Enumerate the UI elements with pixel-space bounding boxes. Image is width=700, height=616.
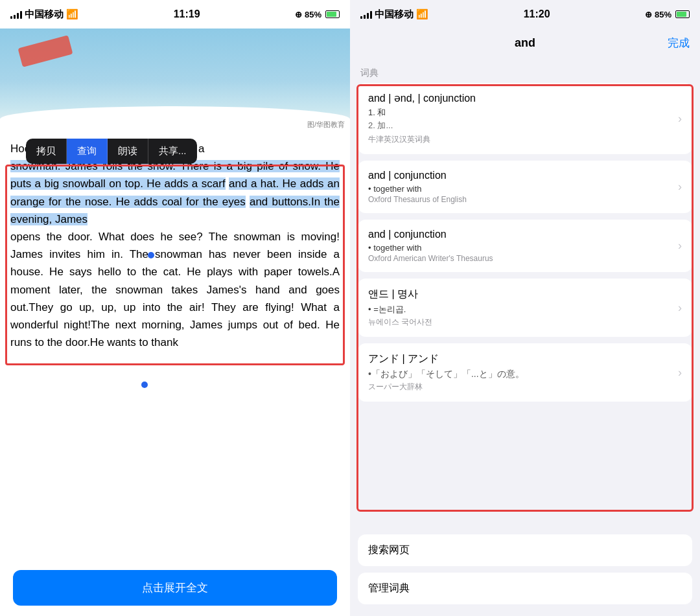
chevron-icon-4: › [678, 301, 682, 315]
dict-card-2-content: and | conjunction • together with Oxford… [368, 170, 673, 204]
dict-card-korean[interactable]: 앤드 | 명사 • =논리곱. 뉴에이스 국어사전 › [358, 279, 692, 337]
dict-card-2-bullet: • together with [368, 184, 673, 194]
manage-dict-button[interactable]: 管理词典 [358, 573, 692, 604]
hero-image: 图/华图教育 [0, 29, 350, 132]
chevron-icon-3: › [678, 239, 682, 253]
search-web-button[interactable]: 搜索网页 [358, 534, 692, 566]
text-after: opens the door. What does he see? The sn… [10, 231, 340, 348]
expand-button[interactable]: 点击展开全文 [13, 570, 337, 606]
context-menu-read[interactable]: 朗读 [108, 139, 148, 164]
carrier-left: 中国移动 [25, 8, 64, 21]
text-and-1: and [229, 177, 251, 190]
context-menu: 拷贝 查询 朗读 共享... [26, 139, 197, 164]
dict-card-2-source: Oxford Thesaurus of English [368, 195, 673, 204]
dict-card-oxford-thesaurus[interactable]: and | conjunction • together with Oxford… [358, 161, 692, 213]
text-and-2: and [250, 196, 272, 208]
chevron-icon-1: › [678, 112, 682, 126]
wifi-icon-right: 📶 [416, 8, 428, 20]
dict-card-3-title: and | conjunction [368, 229, 673, 240]
dict-card-oxford-cn[interactable]: and | ənd, | conjunction 1. 和 2. 加... 牛津… [358, 83, 692, 154]
battery-icon-right [675, 10, 690, 18]
signal-icon [10, 10, 22, 19]
dict-card-1-title: and | ənd, | conjunction [368, 92, 673, 104]
dict-card-1-def2: 2. 加... [368, 120, 673, 131]
status-bar-right: 中国移动 📶 11:20 ⊕ 85% [350, 0, 700, 29]
left-panel: 中国移动 📶 11:19 ⊕ 85% 图/华图教育 拷贝 查询 朗读 共享... [0, 0, 350, 616]
dict-section-header: 词典 [358, 62, 692, 83]
nav-bar: and 完成 [350, 29, 700, 57]
dict-card-4-source: 뉴에이스 국어사전 [368, 317, 673, 328]
dict-card-5-title: アンド | アンド [368, 352, 673, 366]
battery-icon-left [325, 10, 340, 18]
battery-pct-right: ⊕ 85% [645, 10, 671, 19]
context-menu-copy[interactable]: 拷贝 [26, 139, 67, 164]
content-area: 拷贝 查询 朗读 共享... Hooray! It's snowing! It'… [0, 132, 350, 616]
dict-card-2-title: and | conjunction [368, 170, 673, 181]
chevron-icon-5: › [678, 366, 682, 380]
dict-card-4-content: 앤드 | 명사 • =논리곱. 뉴에이스 국어사전 [368, 288, 673, 328]
dict-card-5-source: スーパー大辞林 [368, 382, 673, 393]
carrier-right: 中国移动 [375, 8, 414, 21]
hero-caption: 图/华图教育 [307, 120, 345, 130]
bottom-actions: 搜索网页 管理词典 [350, 529, 700, 616]
cursor-handle-bottom[interactable] [141, 382, 148, 388]
main-text: Hooray! It's snowing! It's time to make … [10, 140, 340, 351]
context-menu-share[interactable]: 共享... [148, 139, 197, 164]
dict-card-1-source: 牛津英汉汉英词典 [368, 134, 673, 145]
time-right: 11:20 [524, 8, 550, 20]
signal-icon-right [360, 10, 372, 19]
carrier-signal-left: 中国移动 📶 [10, 8, 78, 21]
dict-card-3-bullet: • together with [368, 243, 673, 253]
dict-card-5-content: アンド | アンド •「および」「そして」「...と」の意。 スーパー大辞林 [368, 352, 673, 393]
battery-area-left: ⊕ 85% [295, 10, 340, 19]
nav-title: and [515, 36, 535, 50]
dict-card-4-bullet: • =논리곱. [368, 304, 673, 315]
battery-pct-left: ⊕ 85% [295, 10, 321, 19]
dict-card-3-content: and | conjunction • together with Oxford… [368, 229, 673, 263]
dict-card-5-bullet: •「および」「そして」「...と」の意。 [368, 369, 673, 380]
chevron-icon-2: › [678, 180, 682, 194]
time-left: 11:19 [174, 8, 200, 20]
dict-card-1-def1: 1. 和 [368, 107, 673, 119]
dict-card-4-title: 앤드 | 명사 [368, 288, 673, 301]
carrier-signal-right: 中国移动 📶 [360, 8, 428, 21]
nav-done-button[interactable]: 完成 [668, 36, 690, 51]
dict-card-3-source: Oxford American Writer's Thesaurus [368, 254, 673, 263]
context-menu-lookup[interactable]: 查询 [67, 139, 108, 164]
wifi-icon-left: 📶 [66, 8, 78, 20]
right-panel: 中国移动 📶 11:20 ⊕ 85% and 完成 词典 and | ənd, … [350, 0, 700, 616]
dict-card-japanese[interactable]: アンド | アンド •「および」「そして」「...と」の意。 スーパー大辞林 › [358, 343, 692, 402]
dict-card-oxford-american[interactable]: and | conjunction • together with Oxford… [358, 220, 692, 272]
status-bar-left: 中国移动 📶 11:19 ⊕ 85% [0, 0, 350, 29]
dict-card-1-content: and | ənd, | conjunction 1. 和 2. 加... 牛津… [368, 92, 673, 145]
battery-area-right: ⊕ 85% [645, 10, 690, 19]
dict-container[interactable]: 词典 and | ənd, | conjunction 1. 和 2. 加...… [350, 57, 700, 529]
cursor-handle-top[interactable] [148, 252, 154, 258]
